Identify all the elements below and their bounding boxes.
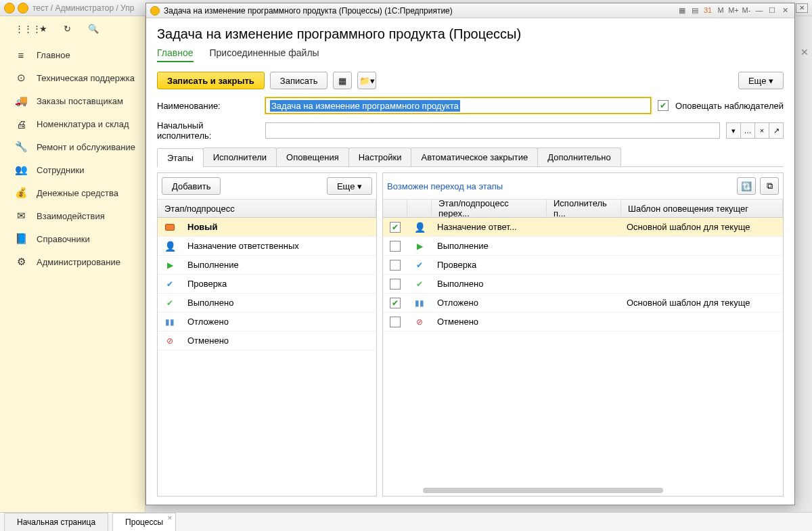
dropdown-icon[interactable]: ▾ (726, 122, 741, 139)
history-icon[interactable]: ↻ (64, 24, 76, 36)
app-dropdown-icon[interactable] (18, 3, 28, 14)
modal-tool-icon[interactable]: ▤ (690, 6, 700, 16)
modal-m-icon[interactable]: M (715, 6, 726, 16)
horizontal-scrollbar[interactable] (423, 488, 663, 493)
row-stage: Отложено (432, 298, 547, 308)
save-button[interactable]: Записать (270, 72, 328, 89)
folder-button[interactable]: 📁▾ (357, 72, 376, 89)
apps-icon[interactable]: ⋮⋮⋮ (15, 24, 27, 36)
modal-window: Задача на изменение программного продукт… (145, 3, 795, 505)
sidebar-item[interactable]: 🚚Заказы поставщикам (0, 89, 145, 112)
modal-calendar-icon[interactable]: 31 (702, 6, 713, 16)
stage-row[interactable]: ✔Выполнено (158, 294, 376, 313)
bottom-tab-start[interactable]: Начальная страница (4, 513, 108, 531)
stage-row[interactable]: 👤Назначение ответственных (158, 237, 376, 256)
transition-row[interactable]: ⊘Отменено (383, 313, 783, 331)
col-icon (407, 200, 432, 217)
col-tpl: Шаблон оповещения текущег (621, 200, 783, 217)
row-checkbox[interactable] (390, 317, 401, 327)
notify-checkbox[interactable]: ✔ (658, 100, 669, 111)
stage-icon: 👤 (158, 241, 182, 252)
save-close-button[interactable]: Записать и закрыть (157, 72, 265, 89)
tab[interactable]: Настройки (348, 147, 412, 166)
sidebar-item[interactable]: 🔧Ремонт и обслуживание (0, 135, 145, 158)
modal-minimize-icon[interactable]: — (754, 6, 765, 16)
nav-icon: 🚚 (15, 95, 27, 107)
ellipsis-icon[interactable]: … (740, 122, 755, 139)
transitions-pane: Возможен переход на этапы 🔃 ⧉ Этап/подпр… (382, 172, 784, 497)
transition-row[interactable]: ▶Выполнение (383, 237, 783, 256)
row-stage: Проверка (432, 260, 547, 270)
sidebar-item[interactable]: 👥Сотрудники (0, 158, 145, 181)
report-button[interactable]: ▦ (333, 72, 352, 89)
nav-icon: ≡ (15, 49, 27, 61)
stage-label: Новый (182, 222, 223, 232)
sidebar-item[interactable]: ⊙Техническая поддержка (0, 66, 145, 89)
nav-label: Номенклатура и склад (37, 119, 129, 129)
sidebar-item[interactable]: ⚙Администрирование (0, 250, 145, 273)
app-logo-icon (4, 3, 15, 14)
transition-row[interactable]: ✔👤Назначение ответ...Основной шаблон для… (383, 218, 783, 237)
close-icon[interactable]: ✕ (796, 3, 808, 13)
name-input[interactable]: Задача на изменение программного продукт… (265, 97, 651, 114)
panel-close-icon[interactable]: ✕ (800, 47, 809, 57)
subtab-files[interactable]: Присоединенные файлы (210, 47, 319, 62)
transition-row[interactable]: ✔Выполнено (383, 275, 783, 294)
open-icon[interactable]: ↗ (769, 122, 784, 139)
row-icon: ▶ (407, 241, 432, 251)
refresh-button[interactable]: 🔃 (737, 177, 756, 195)
tab[interactable]: Оповещения (276, 147, 349, 166)
sidebar-item[interactable]: ✉Взаимодействия (0, 204, 145, 227)
stage-row[interactable]: ▮▮Отложено (158, 313, 376, 331)
nav-label: Администрирование (37, 257, 120, 267)
clear-icon[interactable]: × (754, 122, 769, 139)
col-chk (383, 200, 407, 217)
stage-row[interactable]: Новый (158, 218, 376, 237)
copy-button[interactable]: ⧉ (760, 177, 779, 195)
nav-icon: 🔧 (15, 141, 27, 153)
stage-row[interactable]: ⊘Отменено (158, 331, 376, 350)
tab[interactable]: Исполнители (203, 147, 277, 166)
row-icon: ✔ (407, 260, 432, 270)
modal-close-icon[interactable]: ✕ (780, 6, 790, 16)
row-checkbox[interactable] (390, 279, 401, 290)
nav-icon: 🖨 (15, 118, 27, 130)
subtab-main[interactable]: Главное (157, 47, 194, 62)
sidebar-item[interactable]: 💰Денежные средства (0, 181, 145, 204)
modal-maximize-icon[interactable]: ☐ (767, 6, 777, 16)
sidebar-item[interactable]: ≡Главное (0, 43, 145, 66)
modal-logo-icon (150, 6, 160, 16)
bottom-tab-processes[interactable]: Процессы✕ (112, 513, 176, 531)
row-checkbox[interactable] (390, 241, 401, 252)
sidebar-item[interactable]: 🖨Номенклатура и склад (0, 112, 145, 135)
nav-icon: 💰 (15, 187, 27, 199)
subtabs: Главное Присоединенные файлы (157, 47, 784, 62)
stage-row[interactable]: ▶Выполнение (158, 256, 376, 275)
star-icon[interactable]: ★ (39, 24, 51, 36)
sidebar-item[interactable]: 📘Справочники (0, 227, 145, 250)
row-stage: Выполнение (432, 241, 547, 251)
search-icon[interactable]: 🔍 (88, 24, 100, 36)
stage-label: Выполнено (182, 298, 239, 308)
tab[interactable]: Автоматическое закрытие (411, 147, 538, 166)
tab-close-icon[interactable]: ✕ (167, 515, 173, 522)
row-checkbox[interactable]: ✔ (390, 222, 401, 233)
row-checkbox[interactable]: ✔ (390, 298, 401, 308)
modal-mm-icon[interactable]: M- (741, 6, 752, 16)
nav-label: Заказы поставщикам (37, 96, 123, 106)
transitions-link[interactable]: Возможен переход на этапы (387, 181, 503, 191)
pane-more-button[interactable]: Еще ▾ (327, 177, 372, 195)
tab[interactable]: Этапы (157, 148, 204, 167)
modal-window-title: Задача на изменение программного продукт… (164, 6, 453, 16)
modal-mp-icon[interactable]: M+ (728, 6, 739, 16)
executor-input[interactable] (265, 122, 720, 139)
more-button[interactable]: Еще ▾ (738, 72, 784, 89)
row-checkbox[interactable] (390, 260, 401, 271)
add-button[interactable]: Добавить (162, 177, 221, 195)
transition-row[interactable]: ✔Проверка (383, 256, 783, 275)
stage-row[interactable]: ✔Проверка (158, 275, 376, 294)
modal-tool-icon[interactable]: ▦ (677, 6, 687, 16)
transition-row[interactable]: ✔▮▮ОтложеноОсновной шаблон для текуще (383, 294, 783, 313)
stage-label: Выполнение (182, 260, 244, 270)
tab[interactable]: Дополнительно (537, 147, 621, 166)
